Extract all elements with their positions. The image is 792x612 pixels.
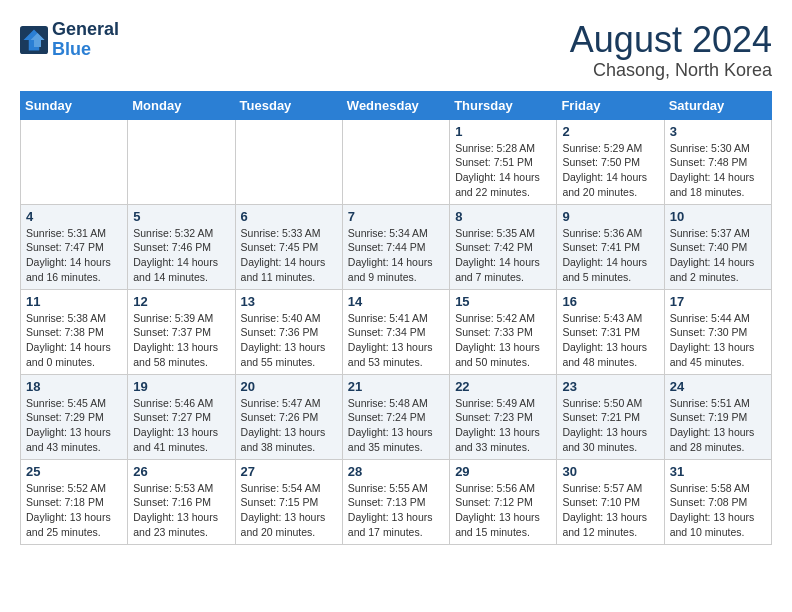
cell-content: Sunrise: 5:39 AMSunset: 7:37 PMDaylight:… xyxy=(133,311,229,370)
day-number: 3 xyxy=(670,124,766,139)
calendar-cell: 31Sunrise: 5:58 AMSunset: 7:08 PMDayligh… xyxy=(664,459,771,544)
logo-icon xyxy=(20,26,48,54)
day-number: 20 xyxy=(241,379,337,394)
cell-content: Sunrise: 5:43 AMSunset: 7:31 PMDaylight:… xyxy=(562,311,658,370)
calendar-cell: 14Sunrise: 5:41 AMSunset: 7:34 PMDayligh… xyxy=(342,289,449,374)
calendar-cell: 23Sunrise: 5:50 AMSunset: 7:21 PMDayligh… xyxy=(557,374,664,459)
logo-line1: General xyxy=(52,20,119,40)
cell-content: Sunrise: 5:33 AMSunset: 7:45 PMDaylight:… xyxy=(241,226,337,285)
day-number: 22 xyxy=(455,379,551,394)
subtitle: Chasong, North Korea xyxy=(570,60,772,81)
calendar-cell: 26Sunrise: 5:53 AMSunset: 7:16 PMDayligh… xyxy=(128,459,235,544)
day-number: 17 xyxy=(670,294,766,309)
cell-content: Sunrise: 5:29 AMSunset: 7:50 PMDaylight:… xyxy=(562,141,658,200)
calendar-cell xyxy=(342,119,449,204)
calendar-cell: 1Sunrise: 5:28 AMSunset: 7:51 PMDaylight… xyxy=(450,119,557,204)
cell-content: Sunrise: 5:35 AMSunset: 7:42 PMDaylight:… xyxy=(455,226,551,285)
cell-content: Sunrise: 5:40 AMSunset: 7:36 PMDaylight:… xyxy=(241,311,337,370)
calendar-cell: 27Sunrise: 5:54 AMSunset: 7:15 PMDayligh… xyxy=(235,459,342,544)
cell-content: Sunrise: 5:55 AMSunset: 7:13 PMDaylight:… xyxy=(348,481,444,540)
cell-content: Sunrise: 5:44 AMSunset: 7:30 PMDaylight:… xyxy=(670,311,766,370)
calendar-cell: 24Sunrise: 5:51 AMSunset: 7:19 PMDayligh… xyxy=(664,374,771,459)
day-number: 23 xyxy=(562,379,658,394)
calendar-cell: 8Sunrise: 5:35 AMSunset: 7:42 PMDaylight… xyxy=(450,204,557,289)
day-header-thursday: Thursday xyxy=(450,91,557,119)
calendar-cell xyxy=(235,119,342,204)
day-number: 26 xyxy=(133,464,229,479)
day-number: 18 xyxy=(26,379,122,394)
calendar-cell: 30Sunrise: 5:57 AMSunset: 7:10 PMDayligh… xyxy=(557,459,664,544)
cell-content: Sunrise: 5:54 AMSunset: 7:15 PMDaylight:… xyxy=(241,481,337,540)
day-number: 8 xyxy=(455,209,551,224)
calendar-cell: 9Sunrise: 5:36 AMSunset: 7:41 PMDaylight… xyxy=(557,204,664,289)
day-header-tuesday: Tuesday xyxy=(235,91,342,119)
calendar-cell: 4Sunrise: 5:31 AMSunset: 7:47 PMDaylight… xyxy=(21,204,128,289)
title-block: August 2024 Chasong, North Korea xyxy=(570,20,772,81)
day-number: 19 xyxy=(133,379,229,394)
cell-content: Sunrise: 5:32 AMSunset: 7:46 PMDaylight:… xyxy=(133,226,229,285)
cell-content: Sunrise: 5:36 AMSunset: 7:41 PMDaylight:… xyxy=(562,226,658,285)
day-number: 13 xyxy=(241,294,337,309)
calendar-cell: 20Sunrise: 5:47 AMSunset: 7:26 PMDayligh… xyxy=(235,374,342,459)
calendar-cell: 2Sunrise: 5:29 AMSunset: 7:50 PMDaylight… xyxy=(557,119,664,204)
day-number: 4 xyxy=(26,209,122,224)
day-number: 25 xyxy=(26,464,122,479)
calendar-cell: 18Sunrise: 5:45 AMSunset: 7:29 PMDayligh… xyxy=(21,374,128,459)
day-number: 31 xyxy=(670,464,766,479)
day-number: 12 xyxy=(133,294,229,309)
calendar-cell: 3Sunrise: 5:30 AMSunset: 7:48 PMDaylight… xyxy=(664,119,771,204)
cell-content: Sunrise: 5:45 AMSunset: 7:29 PMDaylight:… xyxy=(26,396,122,455)
cell-content: Sunrise: 5:34 AMSunset: 7:44 PMDaylight:… xyxy=(348,226,444,285)
calendar-cell: 5Sunrise: 5:32 AMSunset: 7:46 PMDaylight… xyxy=(128,204,235,289)
day-number: 24 xyxy=(670,379,766,394)
cell-content: Sunrise: 5:30 AMSunset: 7:48 PMDaylight:… xyxy=(670,141,766,200)
cell-content: Sunrise: 5:57 AMSunset: 7:10 PMDaylight:… xyxy=(562,481,658,540)
cell-content: Sunrise: 5:46 AMSunset: 7:27 PMDaylight:… xyxy=(133,396,229,455)
day-number: 5 xyxy=(133,209,229,224)
cell-content: Sunrise: 5:41 AMSunset: 7:34 PMDaylight:… xyxy=(348,311,444,370)
calendar-cell: 12Sunrise: 5:39 AMSunset: 7:37 PMDayligh… xyxy=(128,289,235,374)
calendar-cell: 17Sunrise: 5:44 AMSunset: 7:30 PMDayligh… xyxy=(664,289,771,374)
day-number: 11 xyxy=(26,294,122,309)
cell-content: Sunrise: 5:38 AMSunset: 7:38 PMDaylight:… xyxy=(26,311,122,370)
day-number: 7 xyxy=(348,209,444,224)
cell-content: Sunrise: 5:31 AMSunset: 7:47 PMDaylight:… xyxy=(26,226,122,285)
day-number: 9 xyxy=(562,209,658,224)
logo-line2: Blue xyxy=(52,40,119,60)
day-header-monday: Monday xyxy=(128,91,235,119)
cell-content: Sunrise: 5:56 AMSunset: 7:12 PMDaylight:… xyxy=(455,481,551,540)
day-number: 10 xyxy=(670,209,766,224)
logo: General Blue xyxy=(20,20,119,60)
calendar-cell: 19Sunrise: 5:46 AMSunset: 7:27 PMDayligh… xyxy=(128,374,235,459)
main-title: August 2024 xyxy=(570,20,772,60)
cell-content: Sunrise: 5:52 AMSunset: 7:18 PMDaylight:… xyxy=(26,481,122,540)
day-number: 2 xyxy=(562,124,658,139)
day-number: 15 xyxy=(455,294,551,309)
calendar-cell: 11Sunrise: 5:38 AMSunset: 7:38 PMDayligh… xyxy=(21,289,128,374)
calendar-header: SundayMondayTuesdayWednesdayThursdayFrid… xyxy=(21,91,772,119)
calendar-cell xyxy=(128,119,235,204)
day-number: 28 xyxy=(348,464,444,479)
calendar-table: SundayMondayTuesdayWednesdayThursdayFrid… xyxy=(20,91,772,545)
day-number: 14 xyxy=(348,294,444,309)
day-number: 21 xyxy=(348,379,444,394)
day-number: 29 xyxy=(455,464,551,479)
cell-content: Sunrise: 5:47 AMSunset: 7:26 PMDaylight:… xyxy=(241,396,337,455)
cell-content: Sunrise: 5:53 AMSunset: 7:16 PMDaylight:… xyxy=(133,481,229,540)
day-header-friday: Friday xyxy=(557,91,664,119)
day-number: 30 xyxy=(562,464,658,479)
cell-content: Sunrise: 5:58 AMSunset: 7:08 PMDaylight:… xyxy=(670,481,766,540)
calendar-cell: 29Sunrise: 5:56 AMSunset: 7:12 PMDayligh… xyxy=(450,459,557,544)
day-number: 1 xyxy=(455,124,551,139)
calendar-cell: 15Sunrise: 5:42 AMSunset: 7:33 PMDayligh… xyxy=(450,289,557,374)
day-header-wednesday: Wednesday xyxy=(342,91,449,119)
day-number: 6 xyxy=(241,209,337,224)
day-header-saturday: Saturday xyxy=(664,91,771,119)
calendar-cell: 13Sunrise: 5:40 AMSunset: 7:36 PMDayligh… xyxy=(235,289,342,374)
calendar-cell: 7Sunrise: 5:34 AMSunset: 7:44 PMDaylight… xyxy=(342,204,449,289)
page-header: General Blue August 2024 Chasong, North … xyxy=(20,20,772,81)
cell-content: Sunrise: 5:48 AMSunset: 7:24 PMDaylight:… xyxy=(348,396,444,455)
cell-content: Sunrise: 5:42 AMSunset: 7:33 PMDaylight:… xyxy=(455,311,551,370)
calendar-cell: 10Sunrise: 5:37 AMSunset: 7:40 PMDayligh… xyxy=(664,204,771,289)
day-number: 27 xyxy=(241,464,337,479)
